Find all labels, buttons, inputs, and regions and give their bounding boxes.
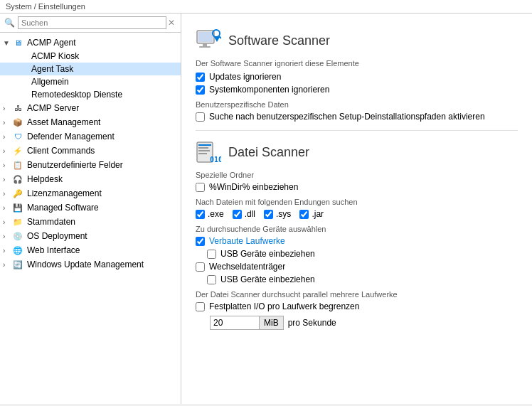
title-bar: System / Einstellungen (0, 0, 532, 14)
speed-input[interactable] (210, 316, 260, 330)
content-panel: Software Scanner Der Software Scanner ig… (181, 14, 532, 404)
sidebar-item-label: Stammdaten (27, 217, 75, 227)
stammdaten-icon: 📁 (11, 216, 24, 228)
acmp-server-icon: 🖧 (11, 102, 24, 114)
software-scanner-desc: Der Software Scanner ignoriert diese Ele… (196, 59, 518, 68)
svg-rect-9 (198, 147, 208, 149)
sidebar-item-stammdaten[interactable]: ›📁Stammdaten (0, 215, 181, 229)
software-scanner-icon (196, 28, 221, 53)
sidebar-item-label: ACMP Kiosk (31, 51, 79, 61)
ext-dll: .dll (233, 209, 255, 219)
ext-jar-label: .jar (312, 209, 324, 219)
ext-sys-checkbox[interactable] (264, 210, 273, 219)
sidebar-item-label: Benutzerdefinierte Felder (27, 160, 123, 170)
sidebar-item-label: Asset Management (27, 117, 100, 127)
wechsel-row: Wechseldatenträger (196, 262, 518, 272)
sidebar-item-benutzerdefinierte[interactable]: ›📋Benutzerdefinierte Felder (0, 158, 181, 172)
asset-mgmt-icon: 📦 (11, 117, 24, 128)
sidebar-item-client-commands[interactable]: ›⚡Client Commands (0, 144, 181, 158)
sidebar-item-label: Lizenzmanagement (27, 188, 102, 198)
ext-exe-checkbox[interactable] (196, 210, 205, 219)
sidebar-item-defender-mgmt[interactable]: ›🛡Defender Management (0, 129, 181, 144)
geraete-label: Zu durchsuchende Geräte auswählen (196, 225, 518, 233)
os-deployment-icon: 💿 (11, 230, 24, 242)
systemkomponenten-row: Systemkomponenten ignorieren (196, 85, 518, 95)
sidebar-item-helpdesk[interactable]: ›🎧Helpdesk (0, 172, 181, 186)
sidebar-item-label: Web Interface (27, 245, 80, 255)
speed-row: MiB pro Sekunde (210, 316, 518, 330)
search-icon: 🔍 (4, 18, 15, 28)
spezielle-label: Spezielle Ordner (196, 171, 518, 179)
benutzerdaten-label: Benutzerspezifische Daten (196, 100, 518, 109)
title-text: System / Einstellungen (6, 2, 85, 11)
arrow-icon: › (3, 119, 11, 127)
sidebar-item-label: Managed Software (27, 203, 99, 213)
updates-checkbox[interactable] (196, 73, 205, 82)
endungen-label: Nach Dateien mit folgenden Endungen such… (196, 198, 518, 206)
sidebar-item-os-deployment[interactable]: ›💿OS Deployment (0, 229, 181, 243)
systemkomponenten-checkbox[interactable] (196, 85, 205, 95)
sidebar-item-web-interface[interactable]: ›🌐Web Interface (0, 243, 181, 257)
ext-dll-checkbox[interactable] (233, 210, 242, 219)
search-input[interactable] (18, 16, 166, 29)
sidebar-item-label: OS Deployment (27, 231, 87, 241)
sidebar-item-allgemein[interactable]: Allgemein (0, 75, 181, 88)
arrow-icon: › (3, 161, 11, 169)
usb1-label: USB Geräte einbeziehen (220, 249, 315, 259)
setup-checkbox[interactable] (196, 112, 205, 122)
sidebar-item-acmp-server[interactable]: ›🖧ACMP Server (0, 101, 181, 115)
windir-checkbox[interactable] (196, 183, 205, 192)
ext-jar-checkbox[interactable] (299, 210, 309, 219)
windir-label: %WinDir% einbeziehen (209, 182, 298, 192)
svg-rect-11 (198, 153, 207, 154)
parallel-label: Der Datei Scanner durchsucht parallel me… (196, 290, 518, 299)
file-scanner-header: 010 Datei Scanner (196, 139, 518, 165)
software-scanner-title: Software Scanner (228, 33, 330, 48)
sidebar-item-windows-update[interactable]: ›🔄Windows Update Management (0, 257, 181, 272)
sidebar-item-label: Allgemein (31, 77, 69, 87)
arrow-icon: ▼ (3, 39, 11, 47)
usb1-row: USB Geräte einbeziehen (196, 249, 518, 259)
lizenz-icon: 🔑 (11, 188, 24, 199)
sidebar-item-acmp-agent[interactable]: ▼🖥ACMP Agent (0, 36, 181, 50)
benutzerdefinierte-icon: 📋 (11, 159, 24, 171)
verbaute-checkbox[interactable] (196, 237, 205, 246)
web-interface-icon: 🌐 (11, 245, 24, 256)
updates-row: Updates ignorieren (196, 72, 518, 82)
updates-label: Updates ignorieren (209, 72, 281, 82)
wechsel-checkbox[interactable] (196, 262, 205, 272)
windir-row: %WinDir% einbeziehen (196, 182, 518, 192)
svg-rect-8 (198, 144, 211, 146)
svg-rect-3 (203, 43, 207, 46)
sidebar-item-asset-mgmt[interactable]: ›📦Asset Management (0, 115, 181, 129)
sidebar-item-remotedesktop[interactable]: Remotedesktop Dienste (0, 88, 181, 101)
speed-unit: MiB (260, 316, 284, 330)
usb1-checkbox[interactable] (207, 250, 216, 259)
sidebar: 🔍 ✕ ▼🖥ACMP AgentACMP KioskAgent TaskAllg… (0, 14, 181, 404)
systemkomponenten-label: Systemkomponenten ignorieren (209, 85, 329, 95)
sidebar-item-label: Helpdesk (27, 174, 63, 184)
sidebar-item-label: Agent Task (31, 64, 73, 74)
sidebar-item-managed-software[interactable]: ›💾Managed Software (0, 201, 181, 215)
sidebar-item-agent-task[interactable]: Agent Task (0, 63, 181, 75)
sidebar-item-lizenz[interactable]: ›🔑Lizenzmanagement (0, 186, 181, 201)
arrow-icon: › (3, 247, 11, 255)
festplatten-checkbox[interactable] (196, 302, 205, 311)
defender-mgmt-icon: 🛡 (11, 131, 24, 142)
search-bar: 🔍 ✕ (0, 14, 181, 33)
sidebar-item-acmp-kiosk[interactable]: ACMP Kiosk (0, 50, 181, 63)
svg-text:010: 010 (210, 156, 221, 164)
festplatten-label: Festplatten I/O pro Laufwerk begrenzen (209, 301, 359, 311)
helpdesk-icon: 🎧 (11, 173, 24, 185)
arrow-icon: › (3, 190, 11, 198)
sidebar-item-label: Defender Management (27, 132, 115, 141)
usb2-checkbox[interactable] (207, 275, 216, 284)
usb2-row: USB Geräte einbeziehen (196, 274, 518, 284)
arrow-icon: › (3, 147, 11, 155)
sidebar-item-label: ACMP Agent (27, 38, 75, 48)
software-scanner-header: Software Scanner (196, 28, 518, 53)
verbaute-row: Verbaute Laufwerke (196, 236, 518, 246)
clear-search-button[interactable]: ✕ (166, 18, 176, 28)
extensions-row: .exe .dll .sys .jar (196, 209, 518, 219)
arrow-icon: › (3, 233, 11, 240)
